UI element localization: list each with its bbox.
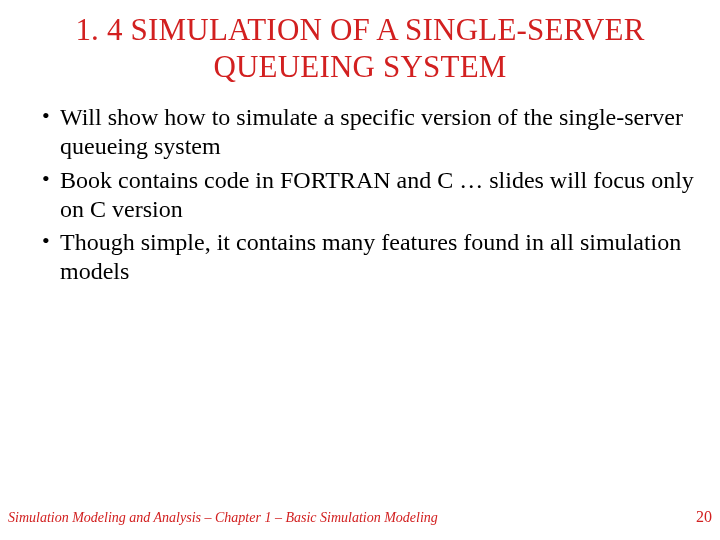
title-line-2: QUEUEING SYSTEM (213, 49, 506, 84)
list-item: Though simple, it contains many features… (42, 228, 696, 287)
slide-footer: Simulation Modeling and Analysis – Chapt… (8, 508, 712, 526)
slide: 1. 4 SIMULATION OF A SINGLE-SERVER QUEUE… (0, 0, 720, 540)
title-line-1: 1. 4 SIMULATION OF A SINGLE-SERVER (75, 12, 644, 47)
list-item: Will show how to simulate a specific ver… (42, 103, 696, 162)
footer-source: Simulation Modeling and Analysis – Chapt… (8, 510, 438, 526)
slide-title: 1. 4 SIMULATION OF A SINGLE-SERVER QUEUE… (24, 12, 696, 85)
bullet-text: Book contains code in FORTRAN and C … sl… (60, 167, 694, 222)
bullet-text: Though simple, it contains many features… (60, 229, 681, 284)
list-item: Book contains code in FORTRAN and C … sl… (42, 166, 696, 225)
bullet-text: Will show how to simulate a specific ver… (60, 104, 683, 159)
page-number: 20 (696, 508, 712, 526)
bullet-list: Will show how to simulate a specific ver… (24, 103, 696, 287)
